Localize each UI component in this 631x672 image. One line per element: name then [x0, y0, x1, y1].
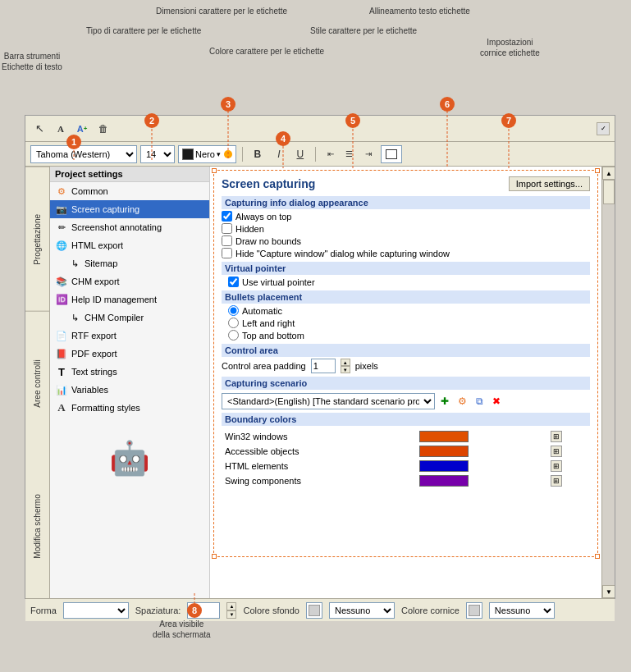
align-right-button[interactable]: ⇥ [359, 145, 377, 163]
proj-item-chm-export[interactable]: 📚 CHM export [50, 272, 209, 290]
annotation-label-1: Barra strumentiEtichette di testo [2, 51, 62, 72]
align-group: ⇤ ☰ ⇥ [322, 145, 377, 163]
pdf-export-icon: 📕 [55, 347, 68, 360]
color-indicator [224, 150, 232, 158]
align-left-button[interactable]: ⇤ [322, 145, 340, 163]
underline-button[interactable]: U [291, 145, 309, 163]
separator-2 [315, 147, 316, 162]
annotation-label-4: Colore carattere per le etichette [209, 47, 324, 56]
font-size-select[interactable]: 14 [140, 145, 175, 163]
robot-image: 🤖 [101, 425, 158, 491]
main-window: ↖ A A+ 🗑 ✓ Tahoma (Western) 14 Nero ▾ B … [25, 115, 615, 599]
html-export-icon: 🌐 [55, 239, 68, 252]
screen-capturing-icon: 📷 [55, 203, 68, 216]
variables-icon: 📊 [55, 383, 68, 396]
proj-item-formatting-styles[interactable]: A Formatting styles [50, 399, 209, 417]
spaziatura-up[interactable]: ▲ [226, 602, 236, 610]
font-color-button[interactable]: Nero ▾ [178, 145, 236, 163]
project-panel-header: Project settings [50, 167, 209, 182]
proj-item-screen-capturing[interactable]: 📷 Screen capturing [50, 200, 209, 218]
format-toolbar: Tahoma (Western) 14 Nero ▾ B I U ⇤ ☰ ⇥ [25, 142, 615, 167]
scroll-track[interactable] [602, 180, 615, 585]
proj-item-pdf-export[interactable]: 📕 PDF export [50, 345, 209, 363]
handle-tr [595, 168, 600, 173]
help-id-icon: 🆔 [55, 293, 68, 306]
colore-sfondo-label: Colore sfondo [243, 606, 299, 615]
proj-item-screenshot-annotating[interactable]: ✏ Screenshot annotating [50, 218, 209, 236]
proj-item-common[interactable]: ⚙ Common [50, 182, 209, 200]
annotation-label-5: Stile carattere per le etichette [310, 26, 417, 35]
handle-br [595, 554, 600, 559]
proj-item-rtf-export[interactable]: 📄 RTF export [50, 327, 209, 345]
forma-label: Forma [30, 606, 57, 615]
sitemap-icon: ↳ [68, 257, 81, 270]
proj-item-sitemap[interactable]: ↳ Sitemap [50, 254, 209, 272]
annotation-number-6: 6 [440, 97, 455, 112]
sfondo-select[interactable]: Nessuno [329, 602, 395, 619]
scroll-thumb[interactable] [603, 180, 615, 204]
collapse-button[interactable]: ✓ [597, 122, 610, 135]
rtf-export-icon: 📄 [55, 329, 68, 342]
chm-export-icon: 📚 [55, 275, 68, 288]
select-tool-button[interactable]: ↖ [30, 120, 48, 138]
side-label-aree-controlli[interactable]: Aree controlli [25, 311, 49, 455]
spaziatura-spinner[interactable]: ▲ ▼ [226, 602, 236, 619]
annotation-number-3: 3 [221, 97, 235, 112]
vertical-scrollbar[interactable]: ▲ ▼ [601, 167, 615, 598]
cornice-select[interactable]: Nessuno [489, 602, 555, 619]
colore-cornice-label: Colore cornice [401, 606, 460, 615]
sfondo-color-swatch [309, 605, 320, 616]
cornice-color-swatch [469, 605, 480, 616]
frame-button[interactable] [381, 145, 402, 163]
annotation-label-2: Tipo di carattere per le etichette [86, 26, 201, 35]
content-area: Progettazione Aree controlli Modifica sc… [25, 167, 615, 598]
delete-button[interactable]: 🗑 [94, 120, 112, 138]
proj-item-chm-compiler[interactable]: ↳ CHM Compiler [50, 309, 209, 327]
spaziatura-label: Spaziatura: [135, 606, 181, 615]
color-swatch [182, 149, 194, 160]
scroll-down-button[interactable]: ▼ [602, 585, 615, 598]
sfondo-color-selector[interactable] [306, 602, 322, 619]
proj-item-html-export[interactable]: 🌐 HTML export [50, 236, 209, 254]
screenshot-preview: Project settings ⚙ Common 📷 Screen captu… [50, 167, 601, 598]
handle-tl [212, 168, 217, 173]
chm-compiler-icon: ↳ [68, 311, 81, 324]
bottom-toolbar: Forma Spaziatura: ▲ ▼ Colore sfondo Ness… [25, 598, 615, 621]
frame-icon [386, 149, 397, 159]
settings-content: Screen capturing Import settings... Capt… [210, 167, 601, 598]
project-panel: Project settings ⚙ Common 📷 Screen captu… [50, 167, 210, 598]
common-icon: ⚙ [55, 185, 68, 198]
side-label-progettazione[interactable]: Progettazione [25, 167, 49, 311]
side-labels: Progettazione Aree controlli Modifica sc… [25, 167, 50, 598]
separator-1 [242, 147, 243, 162]
spaziatura-down[interactable]: ▼ [226, 610, 236, 619]
font-family-select[interactable]: Tahoma (Western) [30, 145, 137, 163]
proj-item-help-id[interactable]: 🆔 Help ID management [50, 290, 209, 309]
annotation-label-6: Allineamento testo etichette [369, 7, 470, 16]
formatting-styles-icon: A [55, 401, 68, 414]
selection-border [213, 170, 598, 557]
annotation-label-8: Area visibiledella schermata [153, 619, 211, 640]
bold-button[interactable]: B [249, 145, 267, 163]
spaziatura-input[interactable] [187, 602, 220, 619]
forma-select[interactable] [63, 602, 129, 619]
cornice-color-selector[interactable] [466, 602, 482, 619]
text-label-button[interactable]: A [52, 120, 70, 138]
screenshot-annotating-icon: ✏ [55, 221, 68, 234]
scroll-up-button[interactable]: ▲ [602, 167, 615, 180]
editor-area: Project settings ⚙ Common 📷 Screen captu… [50, 167, 615, 598]
handle-bl [212, 554, 217, 559]
color-dropdown-arrow: ▾ [217, 150, 221, 158]
align-center-button[interactable]: ☰ [341, 145, 359, 163]
annotation-label-3: Dimensioni carattere per le etichette [156, 7, 287, 16]
annotation-label-7: Impostazionicornice etichette [480, 37, 540, 58]
text-label-toolbar: ↖ A A+ 🗑 ✓ [25, 116, 615, 142]
add-text-button[interactable]: A+ [73, 120, 91, 138]
proj-item-text-strings[interactable]: T Text strings [50, 363, 209, 381]
italic-button[interactable]: I [270, 145, 288, 163]
screen-content: Project settings ⚙ Common 📷 Screen captu… [50, 167, 601, 598]
side-label-modifica-schermo[interactable]: Modifica schermo [25, 455, 49, 598]
proj-item-variables[interactable]: 📊 Variables [50, 381, 209, 399]
text-strings-icon: T [55, 365, 68, 378]
